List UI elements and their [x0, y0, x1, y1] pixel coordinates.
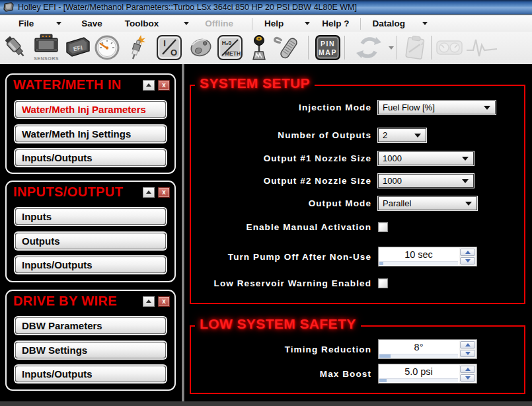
output1-nozzle-row: Output #1 Nozzle Size 1000: [191, 151, 524, 165]
pump-off-spinner[interactable]: 10 sec: [378, 247, 477, 266]
menu-save[interactable]: Save: [81, 19, 102, 28]
sidebar-item-inputs[interactable]: Inputs: [15, 208, 166, 225]
output-mode-dropdown[interactable]: Parallel: [378, 196, 477, 210]
sidebar-item-inputs-outputs[interactable]: Inputs/Outputs: [15, 149, 166, 166]
pulse-icon: [465, 34, 498, 61]
io-icon: I O: [155, 34, 183, 61]
ecu-icon: EFI: [64, 34, 92, 61]
spinner-value: 10 sec: [379, 248, 459, 261]
timing-reduction-spinner[interactable]: 8°: [378, 339, 477, 359]
gauge-button[interactable]: [93, 33, 122, 62]
section-title-low-system-safety: LOW SYSTEM SAFETY: [195, 316, 361, 332]
spinner-slider[interactable]: [379, 354, 458, 358]
toolbar-separator: [344, 36, 345, 60]
injection-mode-dropdown[interactable]: Fuel Flow [%]: [378, 101, 496, 114]
spin-up-icon[interactable]: [460, 249, 475, 256]
collapse-up-icon[interactable]: [143, 80, 155, 91]
injector-button[interactable]: [1, 33, 30, 62]
menu-datalog[interactable]: Datalog: [373, 19, 406, 28]
svg-text:PIN: PIN: [321, 40, 335, 48]
sensors-button[interactable]: SENSORS: [32, 33, 61, 62]
low-system-safety-section: LOW SYSTEM SAFETY Timing Reduction 8° Ma: [190, 325, 525, 394]
spin-up-icon[interactable]: [460, 341, 475, 348]
svg-text:METH: METH: [225, 50, 241, 57]
pulse-button: [465, 33, 498, 62]
sidebar-item-dbw-settings[interactable]: DBW Settings: [15, 342, 166, 358]
enable-manual-activation-row: Enable Manual Activation: [191, 222, 524, 232]
field-label: Output Mode: [191, 198, 371, 208]
spark-plug-button[interactable]: [122, 33, 151, 62]
sync-button: [350, 33, 387, 62]
svg-text:I: I: [163, 38, 166, 48]
low-reservoir-checkbox[interactable]: [378, 278, 388, 288]
shifter-button[interactable]: [245, 33, 274, 62]
low-reservoir-row: Low Reservoir Warning Enabled: [191, 278, 524, 288]
toolbox-dropdown-arrow-icon[interactable]: [184, 22, 189, 25]
spin-down-icon[interactable]: [460, 374, 475, 382]
toolbar-separator: [431, 36, 432, 60]
close-icon[interactable]: x: [158, 187, 170, 198]
svg-text:O: O: [171, 48, 177, 58]
file-dropdown-arrow-icon[interactable]: [56, 22, 61, 25]
ecu-button[interactable]: EFI: [63, 33, 93, 62]
sidebar-divider[interactable]: [182, 64, 184, 406]
pump-off-row: Turn Pump Off After Non-Use 10 sec: [191, 247, 524, 266]
sidebar-item-water-meth-inj-parameters[interactable]: Water/Meth Inj Parameters: [15, 101, 166, 118]
field-label: Output #2 Nozzle Size: [191, 176, 371, 186]
number-of-outputs-row: Number of Outputs 2: [191, 128, 524, 142]
menu-help-question[interactable]: Help ?: [322, 19, 349, 28]
spark-plug-icon: [123, 34, 151, 61]
spinner-slider[interactable]: [379, 261, 458, 265]
output1-nozzle-dropdown[interactable]: 1000: [378, 151, 474, 165]
knock-sensor-button[interactable]: [186, 33, 215, 62]
notes-button: [400, 33, 430, 62]
water-meth-button[interactable]: H₂0 METH: [215, 33, 245, 62]
svg-text:H₂0: H₂0: [222, 40, 232, 46]
menu-bar: File Save Toolbox Offline Help Help ? Da…: [0, 15, 532, 32]
spin-up-icon[interactable]: [460, 366, 475, 373]
field-label: Output #1 Nozzle Size: [191, 153, 371, 163]
enable-manual-activation-checkbox[interactable]: [378, 222, 388, 232]
panel-water-meth-in: WATER/METH IN x Water/Meth Inj Parameter…: [5, 73, 176, 174]
menu-separator: [360, 18, 361, 30]
collapse-up-icon[interactable]: [143, 187, 155, 198]
harness-button[interactable]: [272, 33, 301, 62]
field-label: Timing Reduction: [191, 345, 371, 354]
close-icon[interactable]: x: [158, 80, 170, 91]
spin-down-icon[interactable]: [460, 257, 475, 264]
max-boost-spinner[interactable]: 5.0 psi: [378, 364, 477, 384]
menu-help[interactable]: Help: [264, 19, 284, 28]
timing-reduction-row: Timing Reduction 8°: [191, 339, 524, 359]
panel-title: INPUTS/OUTPUT: [13, 184, 143, 200]
menu-file[interactable]: File: [19, 19, 34, 28]
sidebar-item-water-meth-inj-settings[interactable]: Water/Meth Inj Settings: [15, 126, 166, 142]
window-title: Holley EFI - [Water/Methanol Parameters:…: [18, 3, 357, 12]
field-label: Max Boost: [191, 369, 371, 379]
datalog-dropdown-arrow-icon[interactable]: [422, 22, 428, 25]
sidebar-item-dbw-parameters[interactable]: DBW Parameters: [15, 317, 166, 334]
output2-nozzle-dropdown[interactable]: 1000: [378, 174, 474, 188]
pin-map-button[interactable]: PIN MAP: [313, 33, 342, 62]
title-bar: Holley EFI - [Water/Methanol Parameters:…: [0, 0, 532, 15]
panel-title: DRIVE BY WIRE: [13, 294, 143, 309]
collapse-up-icon[interactable]: [143, 296, 155, 307]
close-icon[interactable]: x: [158, 296, 170, 307]
io-button[interactable]: I O: [155, 33, 184, 62]
panel-inputs-output: INPUTS/OUTPUT x Inputs Outputs Inputs/Ou…: [5, 181, 176, 282]
number-of-outputs-dropdown[interactable]: 2: [378, 128, 426, 142]
chevron-down-icon: [462, 179, 469, 183]
menu-toolbox[interactable]: Toolbox: [125, 19, 159, 28]
spinner-slider[interactable]: [379, 378, 458, 382]
field-label: Enable Manual Activation: [191, 222, 371, 232]
sidebar-item-inputs-outputs[interactable]: Inputs/Outputs: [15, 366, 166, 382]
pin-map-icon: PIN MAP: [314, 34, 342, 61]
help-dropdown-arrow-icon[interactable]: [305, 22, 310, 25]
sidebar-item-outputs[interactable]: Outputs: [15, 233, 166, 249]
sidebar-item-inputs-outputs[interactable]: Inputs/Outputs: [15, 257, 166, 273]
section-title-system-setup: SYSTEM SETUP: [195, 75, 315, 91]
system-setup-section: SYSTEM SETUP Injection Mode Fuel Flow [%…: [190, 85, 525, 304]
knock-sensor-icon: [187, 34, 215, 61]
output2-nozzle-row: Output #2 Nozzle Size 1000: [191, 174, 524, 188]
spin-down-icon[interactable]: [460, 350, 475, 357]
chevron-down-icon: [484, 106, 490, 110]
